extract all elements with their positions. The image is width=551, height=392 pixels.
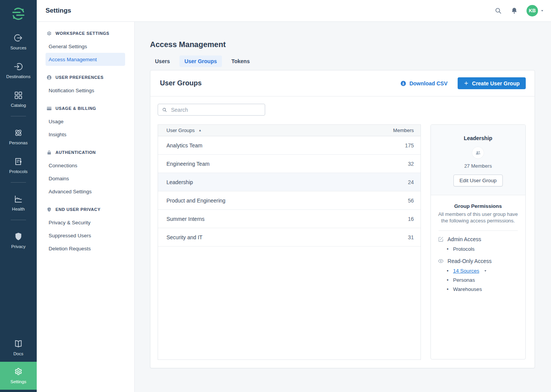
rail-item-settings[interactable]: Settings [0,362,37,390]
sidebar-heading-workspace-settings: WORKSPACE SETTINGS [37,27,134,40]
rail-item-label: Personas [9,140,28,145]
people-icon [475,150,481,156]
page-header-title: Settings [46,7,71,15]
rail-item-label: Catalog [11,103,26,108]
user-circle-icon [46,75,52,80]
download-csv-label: Download CSV [409,80,448,87]
sidebar-item-domains[interactable]: Domains [46,172,125,185]
rail-item-sources[interactable]: Sources [6,33,30,50]
column-header-members[interactable]: Members [393,127,414,133]
user-menu[interactable]: KB [527,5,544,16]
top-bar: Settings KB [37,0,551,22]
rail-item-label: Health [12,207,24,211]
destinations-icon [13,62,23,72]
lock-icon [46,150,52,155]
nav-rail-bottom: DocsSettings [0,334,37,392]
sidebar-heading-label: USER PREFERENCES [55,75,104,80]
bullet-icon: • [447,268,449,274]
notifications-bell-icon[interactable] [510,7,518,15]
sidebar-heading-label: END USER PRIVACY [55,207,101,212]
shield-icon [46,207,52,212]
search-icon [162,107,167,113]
rail-item-docs[interactable]: Docs [0,334,37,362]
sidebar-item-connections[interactable]: Connections [46,159,125,172]
card-title: User Groups [160,79,202,87]
group-name-cell: Engineering Team [166,161,210,167]
sidebar-item-access-management[interactable]: Access Management [46,53,125,66]
tab-user-groups[interactable]: User Groups [179,56,222,67]
table-row-product-and-engineering[interactable]: Product and Engineering56 [158,191,421,210]
group-detail-panel: Leadership 27 Members Edit User Group Gr… [430,124,526,359]
search-input[interactable] [170,106,261,113]
search-box [158,104,265,116]
rail-item-catalog[interactable]: Catalog [6,90,30,108]
segment-logo-icon[interactable] [11,6,26,21]
sidebar-item-deletion-requests[interactable]: Deletion Requests [46,242,125,255]
rail-item-destinations[interactable]: Destinations [6,62,30,79]
permission-item-protocols: •Protocols [447,246,518,252]
nav-rail-items: SourcesDestinationsCatalogPersonasProtoc… [6,21,30,249]
column-label: User Groups [166,127,195,133]
sources-link[interactable]: 14 Sources [453,268,479,274]
permission-item-warehouses: •Warehouses [447,286,518,292]
bullet-icon: • [447,246,449,252]
rail-item-label: Protocols [9,169,28,174]
sidebar-item-privacy-security[interactable]: Privacy & Security [46,216,125,229]
plus-icon [464,81,469,86]
rail-divider [11,182,26,183]
sidebar-item-usage[interactable]: Usage [46,115,125,128]
chevron-down-icon[interactable] [484,269,487,273]
permissions-subtitle: All members of this user group have the … [438,211,518,224]
rail-item-label: Docs [13,351,23,356]
sidebar-item-notification-settings[interactable]: Notification Settings [46,84,125,97]
table-row-summer-interns[interactable]: Summer Interns16 [158,210,421,228]
group-permissions: Group Permissions All members of this us… [431,195,525,304]
member-count: 27 Members [431,163,525,169]
rail-item-health[interactable]: Health [6,194,30,211]
divider [439,230,518,231]
sidebar-item-general-settings[interactable]: General Settings [46,40,125,53]
docs-icon [13,339,23,349]
members-cell: 24 [408,179,414,185]
table-row-security-and-it[interactable]: Security and IT31 [158,228,421,247]
tab-users[interactable]: Users [150,56,175,67]
rail-item-privacy[interactable]: Privacy [6,232,30,249]
credit-card-icon [46,106,52,111]
sidebar-item-suppressed-users[interactable]: Suppressed Users [46,229,125,242]
personas-icon [13,128,23,138]
permission-item-personas: •Personas [447,277,518,283]
card-header: User Groups Download CSV Create User Gro… [150,70,535,96]
sort-asc-icon: ▲ [199,129,202,132]
table-row-engineering-team[interactable]: Engineering Team32 [158,155,421,173]
permission-item-text: Personas [453,277,475,283]
permission-label-text: Admin Access [448,236,481,242]
permission-item-text: Warehouses [453,286,482,292]
group-name-cell: Analytics Team [166,142,202,149]
download-icon [400,80,406,87]
sidebar-section-workspace-settings: WORKSPACE SETTINGSGeneral SettingsAccess… [37,27,134,66]
permission-group-label: Read-Only Access [438,258,518,264]
column-header-user-groups[interactable]: User Groups▲ [166,127,202,133]
tab-bar: UsersUser GroupsTokens [150,56,551,67]
table-row-leadership[interactable]: Leadership24 [158,173,421,191]
edit-user-group-button[interactable]: Edit User Group [453,175,503,186]
top-bar-actions: KB [494,5,551,16]
rail-item-protocols[interactable]: Protocols [6,157,30,174]
settings-icon [13,367,23,377]
user-groups-card: User Groups Download CSV Create User Gro… [150,70,535,368]
members-cell: 56 [408,198,414,204]
edit-icon [438,236,444,242]
sidebar-item-advanced-settings[interactable]: Advanced Settings [46,185,125,198]
rail-item-personas[interactable]: Personas [6,128,30,145]
download-csv-button[interactable]: Download CSV [400,80,448,87]
chevron-down-icon [540,9,544,13]
catalog-icon [13,90,23,100]
sidebar-heading-authentication: AUTHENTICATION [37,146,134,159]
tab-tokens[interactable]: Tokens [227,56,255,67]
table-row-analytics-team[interactable]: Analytics Team175 [158,136,421,155]
page-title: Access Management [150,40,551,49]
sidebar-item-insights[interactable]: Insights [46,128,125,141]
search-icon[interactable] [494,7,502,15]
create-user-group-button[interactable]: Create User Group [458,77,526,89]
rail-divider [11,220,26,220]
